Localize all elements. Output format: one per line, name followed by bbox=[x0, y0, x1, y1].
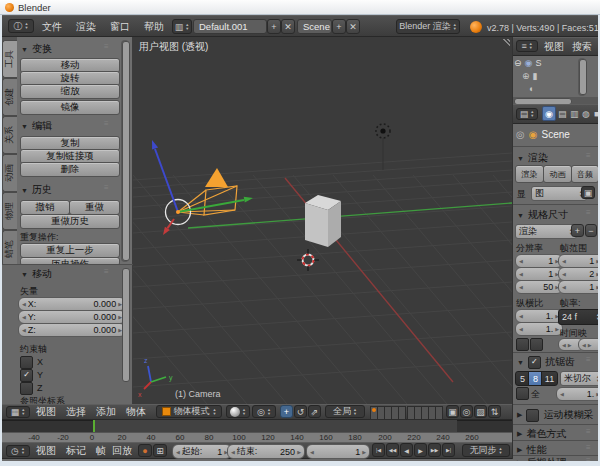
resolution-y-field[interactable]: 1 bbox=[515, 267, 563, 281]
panel-header-render[interactable]: ▼ 渲染 bbox=[517, 151, 548, 165]
layers-group-2[interactable] bbox=[407, 406, 443, 420]
editor-type-button-timeline[interactable]: ◷ bbox=[6, 445, 30, 457]
panel-drag-dots-icon[interactable]: ≡ bbox=[586, 208, 591, 217]
cube-object[interactable] bbox=[305, 195, 341, 247]
shelf-tab-create[interactable]: 创建 bbox=[2, 78, 17, 116]
remap-new-field[interactable] bbox=[578, 338, 600, 351]
menu-file[interactable]: 文件 bbox=[42, 21, 62, 33]
delete-button[interactable]: 删除 bbox=[20, 162, 120, 177]
add-scene-button[interactable]: + bbox=[332, 19, 346, 34]
menu-help[interactable]: 帮助 bbox=[144, 21, 164, 33]
mode-select[interactable]: 物体模式 bbox=[156, 405, 222, 418]
next-keyframe-button[interactable]: ▶▶ bbox=[428, 443, 441, 457]
prev-keyframe-button[interactable]: ◀◀ bbox=[386, 443, 399, 457]
panel-drag-dots-icon[interactable]: ≡ bbox=[586, 443, 591, 452]
menu-outliner-view[interactable]: 视图 bbox=[544, 41, 564, 53]
move-x-field[interactable]: X:0.000 bbox=[18, 297, 126, 311]
editor-type-button-properties[interactable]: ▤ bbox=[516, 108, 538, 120]
panel-header-dimensions[interactable]: ▼ 规格尺寸 bbox=[517, 208, 568, 222]
menu-frame[interactable]: 帧 bbox=[96, 445, 106, 457]
panel-drag-dots-icon[interactable]: ≡ bbox=[104, 42, 109, 51]
jump-to-end-button[interactable]: ▶| bbox=[442, 443, 455, 457]
layers-group-1[interactable] bbox=[370, 406, 406, 420]
aa-samples-11-button[interactable]: 11 bbox=[541, 371, 558, 386]
fps-select[interactable]: 24 f bbox=[558, 309, 600, 325]
lock-interface-button[interactable]: ▣ bbox=[581, 186, 595, 199]
preset-add-button[interactable]: + bbox=[571, 224, 584, 237]
transform-orientation-select[interactable]: 全局 bbox=[325, 405, 365, 418]
snap-target-button[interactable]: ⇅ bbox=[488, 405, 501, 418]
mirror-button[interactable]: 镜像 bbox=[20, 100, 120, 115]
motion-blur-checkbox[interactable] bbox=[526, 409, 539, 422]
move-z-field[interactable]: Z:0.000 bbox=[18, 323, 126, 337]
editor-type-button-outliner[interactable]: ≡ bbox=[516, 40, 538, 52]
proportional-edit-button[interactable]: ◎ bbox=[460, 405, 473, 418]
panel-header-history[interactable]: ▼ 历史 bbox=[21, 183, 52, 197]
outliner-row-scene[interactable]: ⊖ ◉ S bbox=[514, 58, 541, 68]
render-engine-select[interactable]: Blender 渲染 bbox=[396, 19, 460, 34]
render-animation-button[interactable]: 动画 bbox=[543, 165, 572, 183]
redo-history-button[interactable]: 重做历史 bbox=[20, 214, 120, 229]
render-display-select[interactable]: 图 bbox=[531, 186, 587, 201]
menu-render[interactable]: 渲染 bbox=[76, 21, 96, 33]
current-frame-marker[interactable] bbox=[93, 420, 95, 432]
menu-select[interactable]: 选择 bbox=[66, 406, 86, 418]
aa-filter-select[interactable]: 米切尔 bbox=[560, 371, 600, 386]
menu-window[interactable]: 窗口 bbox=[110, 21, 130, 33]
manipulator-rotate-button[interactable]: ↺ bbox=[294, 405, 307, 418]
delete-screen-button[interactable]: ✕ bbox=[281, 19, 295, 34]
render-audio-button[interactable]: 音频 bbox=[571, 165, 599, 183]
aspect-y-field[interactable]: 1. bbox=[515, 322, 563, 336]
panel-drag-dots-icon[interactable]: ≡ bbox=[104, 183, 109, 192]
shelf-tab-tools[interactable]: 工具 bbox=[2, 40, 17, 78]
antialiasing-checkbox[interactable]: ✓ bbox=[528, 356, 541, 369]
viewport-3d[interactable]: z y x 用户视图 (透视) (1) Camera bbox=[133, 37, 512, 404]
editor-type-button-3dview[interactable]: ▦ bbox=[6, 406, 30, 418]
preset-remove-button[interactable]: − bbox=[585, 224, 597, 237]
menu-marker[interactable]: 标记 bbox=[66, 445, 86, 457]
panel-drag-dots-icon[interactable]: ≡ bbox=[104, 267, 109, 276]
undo-button[interactable]: 撤销 bbox=[20, 200, 70, 215]
frame-end-field[interactable]: 结束:250 bbox=[227, 444, 305, 459]
axis-y-checkbox[interactable]: ✓ bbox=[20, 369, 33, 382]
crop-checkbox[interactable] bbox=[530, 338, 543, 351]
panel-header-shading[interactable]: ▶ 着色方式 bbox=[517, 427, 566, 441]
scale-button[interactable]: 缩放 bbox=[20, 84, 120, 99]
sync-mode-select[interactable]: 无同步 bbox=[462, 444, 510, 457]
delete-scene-button[interactable]: ✕ bbox=[346, 19, 360, 34]
shelf-scrollbar-thumb[interactable] bbox=[122, 41, 130, 261]
pivot-point-select[interactable]: ◎ bbox=[252, 405, 276, 418]
add-screen-button[interactable]: + bbox=[267, 19, 281, 34]
tab-world[interactable]: ◍ bbox=[582, 109, 590, 119]
viewport-shading-select[interactable] bbox=[226, 405, 250, 418]
tab-scene[interactable]: ▥ bbox=[570, 109, 579, 119]
outliner-row-child2[interactable]: ◖ bbox=[528, 84, 533, 94]
panel-drag-dots-icon[interactable]: ≡ bbox=[586, 355, 591, 364]
menu-object[interactable]: 物体 bbox=[126, 406, 146, 418]
panel-header-edit[interactable]: ▼ 编辑 bbox=[21, 119, 52, 133]
screen-layout-icon-button[interactable]: ▥ bbox=[172, 19, 192, 34]
tree-collapse-icon[interactable]: ⊕ bbox=[522, 71, 530, 81]
timeline-frame-range[interactable] bbox=[93, 420, 457, 432]
full-sample-checkbox[interactable] bbox=[516, 387, 529, 400]
panel-header-antialiasing[interactable]: ▼ ✓ 抗锯齿 bbox=[517, 355, 575, 369]
panel-drag-dots-icon[interactable]: ≡ bbox=[586, 151, 591, 160]
axis-z-checkbox[interactable] bbox=[20, 382, 33, 395]
frame-start-field[interactable]: 起始:1 bbox=[172, 444, 232, 459]
manipulator-translate-button[interactable]: + bbox=[280, 405, 293, 418]
shelf-tab-physics[interactable]: 物理 bbox=[2, 192, 17, 230]
redo-button[interactable]: 重做 bbox=[69, 200, 120, 215]
shelf-tab-animation[interactable]: 动画 bbox=[2, 154, 17, 192]
jump-to-start-button[interactable]: |◀ bbox=[372, 443, 385, 457]
resolution-x-field[interactable]: 1 bbox=[515, 254, 563, 268]
panel-header-transform[interactable]: ▼ 变换 bbox=[21, 42, 52, 56]
repeat-last-button[interactable]: 重复上一步 bbox=[20, 243, 120, 258]
resolution-pct-field[interactable]: 50 bbox=[515, 280, 563, 294]
tab-render[interactable]: ◉ bbox=[542, 106, 556, 121]
tab-render-layers[interactable]: ▤ bbox=[558, 109, 567, 119]
play-button[interactable]: ▶ bbox=[414, 443, 427, 457]
range-end-field[interactable]: 2 bbox=[558, 267, 600, 281]
pin-icon[interactable]: ◎ bbox=[516, 129, 525, 140]
axis-x-checkbox[interactable] bbox=[20, 356, 33, 369]
screen-layout-field[interactable]: Default.001 bbox=[193, 19, 267, 34]
